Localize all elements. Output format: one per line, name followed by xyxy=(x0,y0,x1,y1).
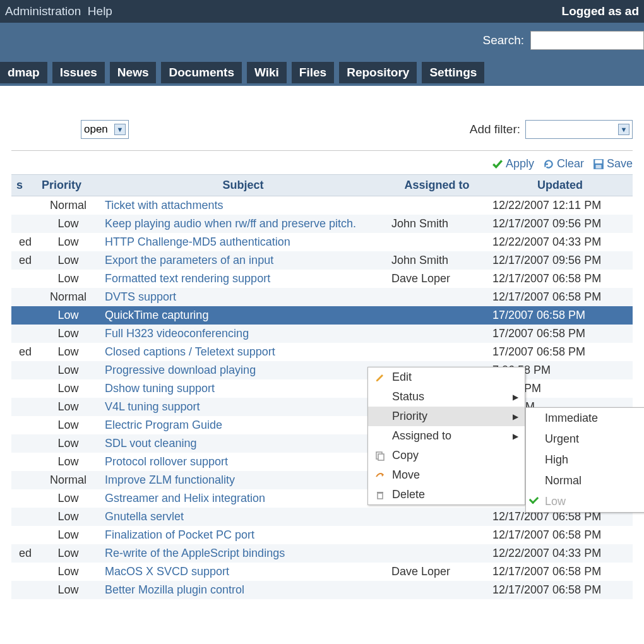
table-row[interactable]: LowDshow tuning support06:58 PM xyxy=(11,379,633,398)
cell-assigned xyxy=(386,526,487,544)
cell-subject[interactable]: V4L tuning support xyxy=(100,398,386,416)
cell-status xyxy=(11,434,37,453)
logged-as-label: Logged as ad xyxy=(562,4,639,18)
cell-subject[interactable]: Re-write of the AppleScript bindings xyxy=(100,544,386,563)
col-header-status[interactable]: s xyxy=(11,175,37,196)
priority-option-urgent[interactable]: Urgent xyxy=(526,429,644,450)
cell-status: ed xyxy=(11,544,37,563)
col-header-subject[interactable]: Subject xyxy=(100,175,386,196)
cell-subject[interactable]: Electric Program Guide xyxy=(100,416,386,434)
cell-subject[interactable]: Gstreamer and Helix integration xyxy=(100,489,386,508)
clear-label: Clear xyxy=(557,157,584,170)
table-row[interactable]: NormalTicket with attachments12/22/2007 … xyxy=(11,196,633,215)
cell-subject[interactable]: Improve ZLM functionality xyxy=(100,471,386,489)
cell-status xyxy=(11,471,37,489)
status-filter-select[interactable]: open ▼ xyxy=(81,120,129,139)
cell-subject[interactable]: Better Mozilla plugin control xyxy=(100,581,386,599)
cell-subject[interactable]: Gnutella servlet xyxy=(100,508,386,526)
tab-wiki[interactable]: Wiki xyxy=(247,62,287,83)
svg-rect-4 xyxy=(378,454,384,460)
nav-administration[interactable]: Administration xyxy=(5,4,81,18)
cell-assigned xyxy=(386,306,487,325)
priority-option-high[interactable]: High xyxy=(526,450,644,470)
apply-button[interactable]: Apply xyxy=(492,157,534,170)
tab-news[interactable]: News xyxy=(110,62,157,83)
table-row[interactable]: LowMacOS X SVCD supportDave Loper12/17/2… xyxy=(11,563,633,581)
table-row[interactable]: LowFinalization of Pocket PC port12/17/2… xyxy=(11,526,633,544)
ctx-status[interactable]: Status ▶ xyxy=(368,387,525,407)
cell-subject[interactable]: HTTP Challenge-MD5 authentication xyxy=(100,233,386,251)
table-row[interactable]: edLowRe-write of the AppleScript binding… xyxy=(11,544,633,563)
col-header-updated[interactable]: Updated xyxy=(487,175,633,196)
tab-repository[interactable]: Repository xyxy=(339,62,417,83)
cell-status xyxy=(11,306,37,325)
cell-priority: Low xyxy=(37,453,100,471)
add-filter-label: Add filter: xyxy=(470,122,520,136)
table-row[interactable]: LowKeep playing audio when rw/ff and pre… xyxy=(11,215,633,233)
ctx-copy[interactable]: Copy xyxy=(368,446,525,465)
copy-icon xyxy=(374,451,386,461)
cell-subject[interactable]: Protocol rollover support xyxy=(100,453,386,471)
table-row[interactable]: edLowExport the parameters of an inputJo… xyxy=(11,251,633,270)
cell-updated: 12/22/2007 12:11 PM xyxy=(487,196,633,215)
cell-subject[interactable]: MacOS X SVCD support xyxy=(100,563,386,581)
cell-subject[interactable]: Export the parameters of an input xyxy=(100,251,386,270)
search-input[interactable] xyxy=(530,31,644,50)
cell-subject[interactable]: Finalization of Pocket PC port xyxy=(100,526,386,544)
cell-priority: Low xyxy=(37,563,100,581)
tab-files[interactable]: Files xyxy=(292,62,334,83)
project-tabs: dmapIssuesNewsDocumentsWikiFilesReposito… xyxy=(0,58,644,86)
cell-subject[interactable]: Keep playing audio when rw/ff and preser… xyxy=(100,215,386,233)
table-row[interactable]: LowProgressive download playing7 06:58 P… xyxy=(11,361,633,379)
filters-panel: open ▼ Add filter: ▼ xyxy=(11,120,633,151)
priority-option-immediate[interactable]: Immediate xyxy=(526,408,644,429)
ctx-move[interactable]: Move xyxy=(368,465,525,485)
cell-subject[interactable]: Dshow tuning support xyxy=(100,379,386,398)
ctx-assigned[interactable]: Assigned to ▶ xyxy=(368,426,525,446)
tab-dmap[interactable]: dmap xyxy=(0,62,47,83)
add-filter-select[interactable]: ▼ xyxy=(525,120,633,139)
ctx-priority[interactable]: Priority ▶ xyxy=(368,407,525,426)
svg-rect-2 xyxy=(595,165,601,169)
issues-table: s Priority Subject Assigned to Updated N… xyxy=(11,174,633,599)
ctx-edit[interactable]: Edit xyxy=(368,367,525,387)
cell-subject[interactable]: Closed captions / Teletext support xyxy=(100,343,386,361)
disk-icon xyxy=(593,158,604,170)
table-row[interactable]: LowBetter Mozilla plugin control12/17/20… xyxy=(11,581,633,599)
cell-status xyxy=(11,398,37,416)
ctx-edit-label: Edit xyxy=(392,371,412,384)
cell-subject[interactable]: SDL vout cleaning xyxy=(100,434,386,453)
cell-subject[interactable]: DVTS support xyxy=(100,288,386,306)
table-row[interactable]: LowQuickTime capturing17/2007 06:58 PM xyxy=(11,306,633,325)
cell-priority: Low xyxy=(37,325,100,343)
cell-subject[interactable]: QuickTime capturing xyxy=(100,306,386,325)
context-menu: Edit Status ▶ Priority ▶ Assigned to ▶ C… xyxy=(367,367,525,505)
tab-documents[interactable]: Documents xyxy=(161,62,241,83)
table-row[interactable]: LowFull H323 videoconferencing17/2007 06… xyxy=(11,325,633,343)
cell-status xyxy=(11,416,37,434)
table-row[interactable]: NormalDVTS support12/17/2007 06:58 PM xyxy=(11,288,633,306)
cell-priority: Low xyxy=(37,581,100,599)
priority-option-low[interactable]: Low xyxy=(526,491,644,512)
col-header-assigned[interactable]: Assigned to xyxy=(386,175,487,196)
clear-button[interactable]: Clear xyxy=(543,157,584,170)
ctx-delete[interactable]: Delete xyxy=(368,485,525,504)
cell-subject[interactable]: Formatted text rendering support xyxy=(100,270,386,288)
cell-subject[interactable]: Full H323 videoconferencing xyxy=(100,325,386,343)
tab-settings[interactable]: Settings xyxy=(422,62,484,83)
tab-issues[interactable]: Issues xyxy=(52,62,105,83)
table-row[interactable]: edLowClosed captions / Teletext support1… xyxy=(11,343,633,361)
col-header-priority[interactable]: Priority xyxy=(37,175,100,196)
nav-help[interactable]: Help xyxy=(88,4,112,18)
cell-priority: Low xyxy=(37,434,100,453)
priority-option-normal[interactable]: Normal xyxy=(526,470,644,491)
cell-updated: 12/22/2007 04:33 PM xyxy=(487,544,633,563)
cell-subject[interactable]: Progressive download playing xyxy=(100,361,386,379)
apply-label: Apply xyxy=(506,157,534,170)
table-row[interactable]: edLowHTTP Challenge-MD5 authentication12… xyxy=(11,233,633,251)
table-row[interactable]: LowFormatted text rendering supportDave … xyxy=(11,270,633,288)
save-button[interactable]: Save xyxy=(593,157,633,170)
svg-rect-1 xyxy=(595,160,602,164)
move-arrow-icon xyxy=(374,470,386,480)
cell-subject[interactable]: Ticket with attachments xyxy=(100,196,386,215)
